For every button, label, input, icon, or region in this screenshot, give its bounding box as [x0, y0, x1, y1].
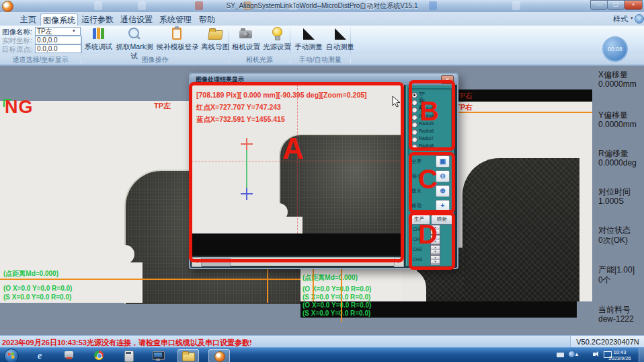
- manual-measure-button[interactable]: 手动测量: [293, 26, 324, 52]
- status-message: 2023年09月26日10:43:53光源没有连接，请检查串口线缆以及串口设置参…: [2, 338, 252, 348]
- taskbar-remote-tool-icon[interactable]: [59, 349, 79, 361]
- set-square-icon: [332, 26, 348, 41]
- combobox-caret-icon[interactable]: ▾: [73, 28, 75, 34]
- left-md-text: (点距离Md=0.000): [3, 269, 58, 279]
- annotation-letter-c: C: [418, 164, 438, 194]
- magnifier-icon: [126, 26, 143, 41]
- clock-date: 2023/9/26: [605, 355, 635, 361]
- start-button[interactable]: [4, 349, 19, 362]
- image-name-label: 图像名称:: [2, 28, 32, 37]
- bulb-icon: [269, 26, 285, 41]
- show-desktop-button[interactable]: [639, 348, 644, 362]
- folder-icon: [207, 26, 223, 41]
- window-title: SY_AliagnSystemLinkToWorld--MicroDistPro…: [0, 1, 644, 11]
- style-caret-icon: ▾: [631, 15, 633, 21]
- info-y-offset-value: 0.0000mm: [598, 120, 637, 129]
- windows-taskbar: e ▲: [0, 347, 644, 362]
- right-part-image: [462, 158, 579, 301]
- left-o-text: (O X=0.0 Y=0.0 R=0.0): [3, 285, 72, 292]
- left-s-text: (S X=0.0 Y=0.0 R=0.0): [3, 293, 71, 301]
- right-s-text-2: (S X=0.0 Y=0.0 R=0.0): [303, 310, 370, 317]
- auto-measure-button[interactable]: 自动测量: [325, 26, 356, 52]
- taskbar-ie-icon[interactable]: e: [30, 349, 50, 361]
- left-part-notch: [116, 245, 134, 264]
- help-icon[interactable]: ?: [635, 14, 644, 24]
- annotation-letter-a: A: [282, 132, 304, 166]
- light-settings-button[interactable]: 光源设置: [262, 26, 292, 52]
- right-crosshair-h: [454, 112, 592, 113]
- offline-map-button[interactable]: 离线导图: [200, 26, 230, 52]
- clipboard-icon: [169, 26, 186, 41]
- tab-run-params[interactable]: 运行参数: [79, 13, 116, 26]
- realtime-coord-label: 实时坐标:: [2, 36, 32, 46]
- status-bar: 2023年09月26日10:43:53光源没有连接，请检查串口线缆以及串口设置参…: [0, 335, 644, 348]
- tab-home[interactable]: 主页: [17, 13, 39, 26]
- group-label-camera-light: 相机光源: [229, 55, 290, 65]
- template-register-button[interactable]: 候补模板登录: [156, 26, 199, 52]
- right-crosshair-v2: [341, 266, 342, 322]
- left-crosshair-h: [0, 279, 300, 280]
- camera-settings-button[interactable]: 相机设置: [231, 26, 261, 52]
- windows-flag-icon: [7, 352, 14, 359]
- camera-icon: [238, 26, 254, 41]
- info-align-status-value: 0次(OK): [598, 235, 628, 246]
- info-x-offset-value: 0.0000mm: [598, 79, 637, 89]
- annotation-box-a: [189, 82, 404, 262]
- tab-comm-settings[interactable]: 通信设置: [118, 13, 155, 26]
- info-align-time-value: 1.000S: [598, 196, 624, 206]
- annotation-letter-b: B: [419, 96, 439, 126]
- right-o-text-2: (O X=0.0 Y=0.0 R=0.0): [303, 301, 371, 309]
- tab-system-mgmt[interactable]: 系统管理: [157, 13, 194, 26]
- left-result-text: NG: [5, 97, 34, 118]
- books-icon: [91, 26, 107, 41]
- group-label-image-ops: 图像操作: [81, 55, 229, 65]
- close-button[interactable]: ×: [624, 0, 643, 10]
- style-menu[interactable]: 样式: [613, 14, 628, 24]
- timer-badge: 00:08: [602, 36, 628, 62]
- system-debug-button[interactable]: 系统调试: [83, 26, 114, 52]
- version-label: V50.2C20230407N: [570, 336, 644, 348]
- app-window: SY_AliagnSystemLinkToWorld--MicroDistPro…: [0, 0, 644, 362]
- window-titlebar[interactable]: SY_AliagnSystemLinkToWorld--MicroDistPro…: [0, 0, 644, 13]
- left-crosshair-v: [267, 266, 268, 303]
- set-square-icon: [300, 26, 317, 41]
- target-origin-label: 目标原点:: [2, 45, 32, 55]
- tab-help[interactable]: 帮助: [196, 13, 218, 26]
- info-r-offset-value: 0.0000deg: [598, 158, 637, 168]
- info-capacity-value: 0个: [598, 275, 611, 286]
- maximize-button[interactable]: ▢: [607, 0, 625, 10]
- left-view-tag: TP左: [154, 101, 171, 111]
- annotation-letter-d: D: [418, 219, 438, 250]
- realtime-coord-field[interactable]: 0.0,0.0: [35, 36, 82, 44]
- minimize-button[interactable]: —: [590, 0, 608, 10]
- tray-hidden-icons-button[interactable]: ▲: [574, 351, 579, 357]
- taskbar-align-app-icon[interactable]: [208, 349, 230, 362]
- right-md-text: (点距离Md=0.000): [303, 273, 358, 283]
- taskbar-display-icon[interactable]: [148, 349, 168, 361]
- clock-time: 10:43: [605, 349, 635, 355]
- target-origin-field[interactable]: 0.0,0.0: [35, 44, 82, 53]
- right-crosshair-v1: [313, 266, 314, 301]
- tab-image-system[interactable]: 图像系统: [40, 13, 78, 26]
- group-label-measure: 手动/自动测量: [290, 55, 350, 65]
- left-part-cut: [124, 262, 143, 303]
- taskbar-calculator-icon[interactable]: [118, 349, 138, 361]
- info-part-number-value: dew-1222: [598, 314, 634, 324]
- group-label-channel: 通道选择/坐标显示: [0, 55, 81, 65]
- taskbar-clock[interactable]: 10:43 2023/9/26: [605, 349, 635, 361]
- taskbar-chrome-icon[interactable]: [89, 349, 109, 361]
- taskbar-folder-icon[interactable]: [177, 349, 199, 362]
